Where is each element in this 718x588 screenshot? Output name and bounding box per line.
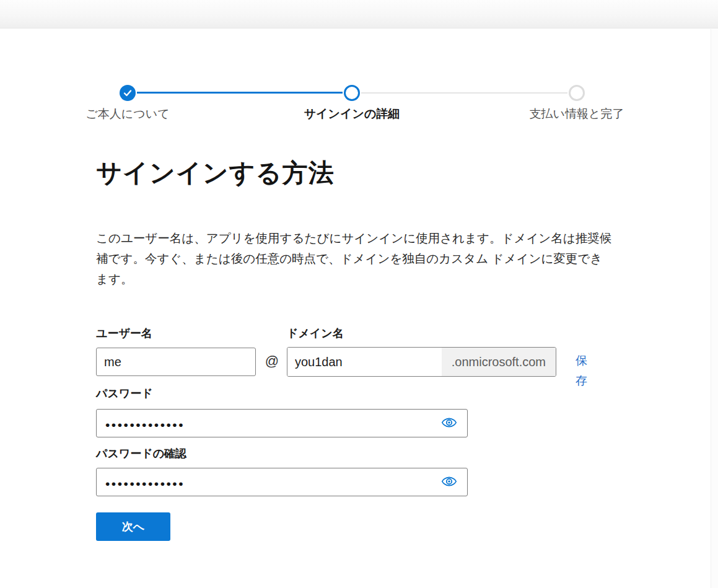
show-password-button[interactable]: [440, 415, 458, 431]
step-label-payment-finish: 支払い情報と完了: [478, 106, 676, 122]
step-label-signin-details: サインインの詳細: [253, 106, 451, 122]
password-input[interactable]: •••••••••••••: [96, 409, 468, 437]
show-confirm-password-button[interactable]: [440, 474, 458, 490]
username-input[interactable]: [96, 348, 256, 376]
stepper-segment-complete: [137, 92, 343, 94]
domain-input[interactable]: [287, 348, 442, 376]
domain-label: ドメイン名: [287, 326, 344, 341]
at-separator: @: [260, 353, 284, 369]
save-link[interactable]: 保存: [576, 350, 590, 391]
password-masked-value: •••••••••••••: [105, 416, 440, 431]
password-label: パスワード: [96, 386, 153, 401]
step-1-indicator: [120, 85, 136, 101]
confirm-password-masked-value: •••••••••••••: [105, 475, 440, 490]
eye-icon: [441, 416, 457, 431]
domain-input-group: .onmicrosoft.com: [287, 347, 556, 377]
username-label: ユーザー名: [96, 326, 152, 341]
confirm-password-label: パスワードの確認: [96, 446, 186, 461]
next-button[interactable]: 次へ: [96, 512, 170, 541]
step-2-indicator: [344, 85, 360, 101]
scrollbar-track[interactable]: [711, 29, 718, 588]
confirm-password-input[interactable]: •••••••••••••: [96, 468, 468, 496]
domain-suffix: .onmicrosoft.com: [442, 348, 556, 376]
page-title: サインインする方法: [96, 156, 335, 190]
step-3-indicator: [569, 85, 585, 101]
eye-icon: [441, 475, 457, 490]
page-description: このユーザー名は、アプリを使用するたびにサインインに使用されます。ドメイン名は推…: [96, 228, 614, 289]
stepper-segment-pending: [361, 92, 567, 94]
top-chrome-strip: [0, 0, 718, 29]
step-label-about-you: ご本人について: [28, 106, 227, 122]
